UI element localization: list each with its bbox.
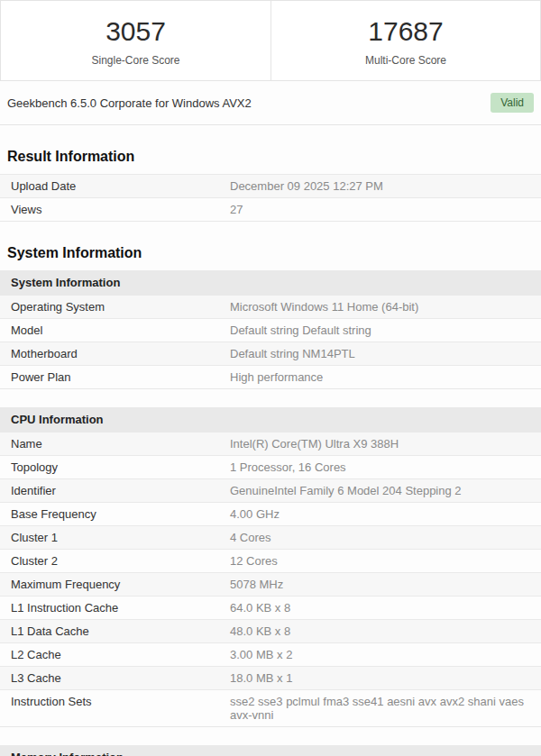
row-value: 27 <box>219 198 541 222</box>
system-information-table: System Information Operating System Micr… <box>0 270 541 389</box>
row-label: Motherboard <box>0 342 219 366</box>
table-row: Identifier GenuineIntel Family 6 Model 2… <box>0 479 541 503</box>
table-row: Power Plan High performance <box>0 366 541 389</box>
single-core-score-cell: 3057 Single-Core Score <box>1 1 270 80</box>
table-row: Topology 1 Processor, 16 Cores <box>0 456 541 479</box>
row-value: GenuineIntel Family 6 Model 204 Stepping… <box>219 479 541 503</box>
row-label: Name <box>0 433 219 456</box>
multi-core-score-value: 17687 <box>271 16 540 46</box>
table-header-row: System Information <box>0 270 541 296</box>
memory-information-table: Memory Information Size 63.50 GB <box>0 745 541 756</box>
row-value: 1 Processor, 16 Cores <box>219 456 541 479</box>
row-value: 5078 MHz <box>219 573 541 597</box>
table-row: Cluster 2 12 Cores <box>0 550 541 573</box>
row-value: 4.00 GHz <box>219 503 541 526</box>
row-value: 64.0 KB x 8 <box>219 597 541 620</box>
row-value: Default string Default string <box>219 319 541 342</box>
row-value: 4 Cores <box>219 526 541 550</box>
table-row: Model Default string Default string <box>0 319 541 342</box>
row-value: Intel(R) Core(TM) Ultra X9 388H <box>219 433 541 456</box>
row-value: 3.00 MB x 2 <box>219 643 541 667</box>
row-label: Instruction Sets <box>0 690 219 727</box>
result-information-table: Upload Date December 09 2025 12:27 PM Vi… <box>0 174 541 222</box>
row-label: Base Frequency <box>0 503 219 526</box>
benchmark-version-text: Geekbench 6.5.0 Corporate for Windows AV… <box>7 96 252 110</box>
row-label: Maximum Frequency <box>0 573 219 597</box>
row-value: December 09 2025 12:27 PM <box>219 175 541 198</box>
table-row: Base Frequency 4.00 GHz <box>0 503 541 526</box>
row-label: L1 Instruction Cache <box>0 597 219 620</box>
row-label: L1 Data Cache <box>0 620 219 643</box>
table-row: L3 Cache 18.0 MB x 1 <box>0 667 541 690</box>
result-information-heading: Result Information <box>0 149 541 165</box>
row-label: L3 Cache <box>0 667 219 690</box>
row-value: 12 Cores <box>219 550 541 573</box>
table-row: Cluster 1 4 Cores <box>0 526 541 550</box>
row-value: 48.0 KB x 8 <box>219 620 541 643</box>
table-row: Maximum Frequency 5078 MHz <box>0 573 541 597</box>
row-label: Cluster 2 <box>0 550 219 573</box>
table-header-row: CPU Information <box>0 407 541 433</box>
table-row: Name Intel(R) Core(TM) Ultra X9 388H <box>0 433 541 456</box>
row-value: 18.0 MB x 1 <box>219 667 541 690</box>
table-row: L2 Cache 3.00 MB x 2 <box>0 643 541 667</box>
valid-status-badge: Valid <box>491 93 534 113</box>
table-header-row: Memory Information <box>0 745 541 756</box>
table-row: Views 27 <box>0 198 541 222</box>
cpu-information-table: CPU Information Name Intel(R) Core(TM) U… <box>0 407 541 727</box>
table-row: Motherboard Default string NM14PTL <box>0 342 541 366</box>
benchmark-caption-row: Geekbench 6.5.0 Corporate for Windows AV… <box>0 81 541 125</box>
row-label: Cluster 1 <box>0 526 219 550</box>
single-core-score-value: 3057 <box>1 16 270 46</box>
table-row: L1 Instruction Cache 64.0 KB x 8 <box>0 597 541 620</box>
row-label: Operating System <box>0 296 219 319</box>
row-label: L2 Cache <box>0 643 219 667</box>
row-value: sse2 sse3 pclmul fma3 sse41 aesni avx av… <box>219 690 541 727</box>
geekbench-result-page: 3057 Single-Core Score 17687 Multi-Core … <box>0 0 541 756</box>
score-panel: 3057 Single-Core Score 17687 Multi-Core … <box>0 0 541 81</box>
single-core-score-label: Single-Core Score <box>1 54 270 67</box>
row-label: Model <box>0 319 219 342</box>
system-table-header: System Information <box>0 270 541 296</box>
table-row: Instruction Sets sse2 sse3 pclmul fma3 s… <box>0 690 541 727</box>
row-label: Identifier <box>0 479 219 503</box>
table-row: Operating System Microsoft Windows 11 Ho… <box>0 296 541 319</box>
row-label: Power Plan <box>0 366 219 389</box>
row-value: Microsoft Windows 11 Home (64-bit) <box>219 296 541 319</box>
table-row: Upload Date December 09 2025 12:27 PM <box>0 175 541 198</box>
cpu-table-header: CPU Information <box>0 407 541 433</box>
row-label: Topology <box>0 456 219 479</box>
multi-core-score-label: Multi-Core Score <box>271 54 540 67</box>
memory-table-header: Memory Information <box>0 745 541 756</box>
row-value: High performance <box>219 366 541 389</box>
row-value: Default string NM14PTL <box>219 342 541 366</box>
table-row: L1 Data Cache 48.0 KB x 8 <box>0 620 541 643</box>
row-label: Views <box>0 198 219 222</box>
row-label: Upload Date <box>0 175 219 198</box>
system-information-heading: System Information <box>0 245 541 261</box>
multi-core-score-cell: 17687 Multi-Core Score <box>270 1 540 80</box>
